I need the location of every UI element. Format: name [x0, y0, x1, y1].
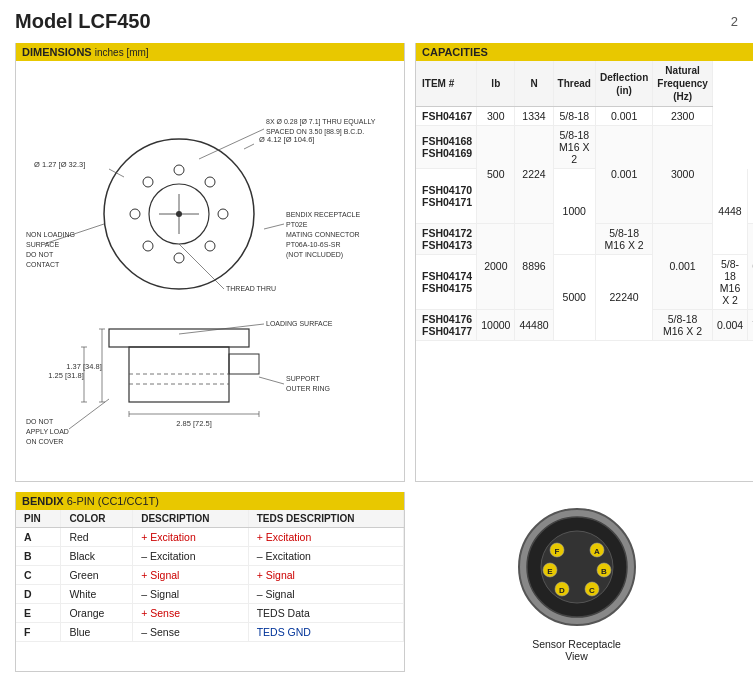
svg-text:SURFACE: SURFACE [26, 241, 59, 248]
cap-lb: 500 [477, 126, 515, 224]
list-item: ARed+ Excitation+ Excitation [16, 528, 404, 547]
bendix-color: White [61, 585, 133, 604]
dimensions-section: DIMENSIONS inches [mm] [15, 43, 405, 482]
svg-point-8 [205, 241, 215, 251]
model-title: Model LCF450 [15, 10, 151, 33]
svg-text:A: A [594, 547, 600, 556]
bendix-desc: – Sense [133, 623, 248, 642]
bendix-pin: E [16, 604, 61, 623]
cap-n: 22240 [595, 254, 652, 340]
bendix-teds: TEDS Data [248, 604, 403, 623]
cap-n: 44480 [515, 309, 553, 340]
svg-line-31 [244, 144, 254, 149]
svg-text:F: F [554, 547, 559, 556]
list-item: DWhite– Signal– Signal [16, 585, 404, 604]
svg-text:OUTER RING: OUTER RING [286, 385, 330, 392]
cap-item: FSH04176FSH04177 [416, 309, 477, 340]
cap-freq: 3000 [653, 126, 713, 224]
dimensions-header: DIMENSIONS inches [mm] [16, 43, 404, 61]
svg-point-6 [205, 177, 215, 187]
cap-freq: 6300 [748, 223, 753, 309]
cap-n: 1334 [515, 107, 553, 126]
svg-text:THREAD THRU: THREAD THRU [226, 285, 276, 292]
cap-deflection: 0.001 [595, 107, 652, 126]
svg-rect-13 [109, 329, 249, 347]
sensor-diagram-svg: F A E B D C [512, 502, 642, 632]
svg-text:PT06A-10-6S-SR: PT06A-10-6S-SR [286, 241, 340, 248]
svg-line-59 [69, 399, 109, 429]
cap-thread: 5/8-18M16 X 2 [748, 169, 753, 224]
dimensions-body: 1.37 [34.8] 1.25 [31.8] 2.85 [72.5] Ø 4.… [16, 61, 404, 481]
cap-thread: 5/8-18M16 X 2 [653, 309, 713, 340]
list-item: CGreen+ Signal+ Signal [16, 566, 404, 585]
bendix-pin: B [16, 547, 61, 566]
svg-line-53 [259, 377, 284, 384]
svg-text:Ø 1.27 [Ø 32.3]: Ø 1.27 [Ø 32.3] [34, 160, 85, 169]
bendix-desc: + Excitation [133, 528, 248, 547]
bendix-pin: A [16, 528, 61, 547]
bendix-color: Red [61, 528, 133, 547]
bendix-desc: + Sense [133, 604, 248, 623]
dimensions-diagram: 1.37 [34.8] 1.25 [31.8] 2.85 [72.5] Ø 4.… [24, 69, 394, 479]
cap-n: 2224 [515, 126, 553, 224]
bendix-pin: C [16, 566, 61, 585]
bendix-col-color: COLOR [61, 510, 133, 528]
svg-point-9 [174, 253, 184, 263]
cap-item: FSH04167 [416, 107, 477, 126]
cap-n: 8896 [515, 223, 553, 309]
svg-point-12 [143, 177, 153, 187]
svg-text:NON LOADING: NON LOADING [26, 231, 75, 238]
bendix-teds: + Excitation [248, 528, 403, 547]
svg-text:E: E [547, 567, 553, 576]
svg-line-33 [109, 169, 124, 177]
capacities-header: CAPACITIES [416, 43, 753, 61]
cap-deflection: 0.001 [653, 223, 713, 309]
cap-lb: 300 [477, 107, 515, 126]
svg-text:ON COVER: ON COVER [26, 438, 63, 445]
bendix-pin: F [16, 623, 61, 642]
cap-thread: 5/8-18M16 X 2 [595, 223, 652, 254]
bendix-section: BENDIX 6-PIN (CC1/CC1T) PIN COLOR DESCRI… [15, 492, 405, 672]
svg-text:DO NOT: DO NOT [26, 251, 54, 258]
cap-thread: 5/8-18 [553, 107, 595, 126]
col-header-item: ITEM # [416, 61, 477, 107]
capacities-table: ITEM # lb N Thread Deflection(in) Natura… [416, 61, 753, 341]
svg-text:MATING CONNECTOR: MATING CONNECTOR [286, 231, 360, 238]
sensor-label: Sensor ReceptacleView [532, 638, 621, 662]
svg-rect-14 [129, 347, 229, 402]
sensor-section: F A E B D C Sensor ReceptacleView [415, 492, 738, 672]
bendix-color: Green [61, 566, 133, 585]
bendix-teds: TEDS GND [248, 623, 403, 642]
cap-thread: 5/8-18M16 X 2 [553, 126, 595, 169]
page-number: 2 [731, 10, 738, 29]
col-header-freq: NaturalFrequency(Hz) [653, 61, 713, 107]
cap-item: FSH04172FSH04173 [416, 223, 477, 254]
svg-rect-15 [229, 354, 259, 374]
svg-line-35 [199, 129, 264, 159]
cap-item: FSH04168FSH04169 [416, 126, 477, 169]
bendix-desc: + Signal [133, 566, 248, 585]
bendix-header: BENDIX 6-PIN (CC1/CC1T) [16, 492, 404, 510]
svg-text:BENDIX RECEPTACLE: BENDIX RECEPTACLE [286, 211, 360, 218]
svg-text:B: B [601, 567, 607, 576]
bendix-col-desc: DESCRIPTION [133, 510, 248, 528]
list-item: FBlue– SenseTEDS GND [16, 623, 404, 642]
svg-text:SUPPORT: SUPPORT [286, 375, 320, 382]
svg-text:1.25 [31.8]: 1.25 [31.8] [48, 371, 83, 380]
svg-text:DO NOT: DO NOT [26, 418, 54, 425]
bendix-teds: – Signal [248, 585, 403, 604]
table-row: FSH04168FSH0416950022245/8-18M16 X 20.00… [416, 126, 753, 169]
svg-text:D: D [559, 586, 565, 595]
svg-point-5 [174, 165, 184, 175]
cap-freq: 7000 [748, 309, 753, 340]
cap-deflection: 0.004 [712, 309, 747, 340]
cap-freq: 2300 [653, 107, 713, 126]
bendix-teds: – Excitation [248, 547, 403, 566]
bendix-color: Black [61, 547, 133, 566]
col-header-n: N [515, 61, 553, 107]
svg-text:PT02E: PT02E [286, 221, 308, 228]
bendix-desc: – Signal [133, 585, 248, 604]
col-header-deflection: Deflection(in) [595, 61, 652, 107]
svg-text:C: C [589, 586, 595, 595]
bendix-pin: D [16, 585, 61, 604]
